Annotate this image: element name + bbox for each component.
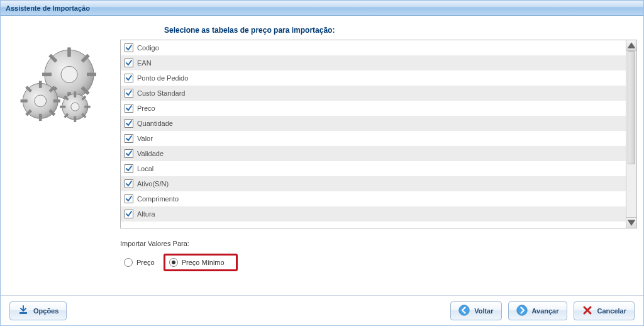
checkbox-icon[interactable] xyxy=(125,89,133,98)
back-arrow-icon xyxy=(458,305,470,317)
footer-bar: Opções Voltar Avançar xyxy=(1,295,643,325)
svg-point-1 xyxy=(61,66,77,82)
table-row-label: EAN xyxy=(137,59,152,67)
content-area: Selecione as tabelas de preço para impor… xyxy=(1,16,643,295)
import-target-label: Importar Valores Para: xyxy=(120,240,637,247)
table-row[interactable]: Ponto de Pedido xyxy=(121,70,626,86)
options-button[interactable]: Opções xyxy=(9,301,67,320)
table-row-label: Altura xyxy=(137,210,155,218)
close-icon xyxy=(582,305,593,317)
table-row-label: Validade xyxy=(137,150,164,157)
table-row[interactable]: Comprimento xyxy=(121,191,626,206)
download-icon xyxy=(18,305,29,317)
gears-icon xyxy=(13,42,108,132)
checkbox-icon[interactable] xyxy=(125,43,133,52)
radio-icon[interactable] xyxy=(124,258,133,267)
radio-icon[interactable] xyxy=(169,258,178,267)
svg-point-21 xyxy=(71,103,79,111)
cancel-button[interactable]: Cancelar xyxy=(574,301,635,320)
table-row-label: Quantidade xyxy=(137,120,173,127)
table-row[interactable]: Preco xyxy=(121,101,626,116)
next-arrow-icon xyxy=(516,305,528,317)
checkbox-icon[interactable] xyxy=(125,59,133,67)
import-target-options: PreçoPreço Mínimo xyxy=(120,254,637,271)
titlebar: Assistente de Importação xyxy=(1,1,643,16)
table-row-label: Codigo xyxy=(137,44,159,52)
import-wizard-window: Assistente de Importação xyxy=(0,0,644,326)
svg-point-11 xyxy=(35,95,47,107)
checkbox-icon[interactable] xyxy=(125,134,133,143)
scroll-down-button[interactable] xyxy=(626,217,636,228)
table-row[interactable]: Custo Standard xyxy=(121,86,626,101)
table-row-label: Custo Standard xyxy=(137,89,185,97)
checkbox-icon[interactable] xyxy=(125,210,133,218)
checkbox-icon[interactable] xyxy=(125,74,133,82)
table-row[interactable]: Ativo(S/N) xyxy=(121,176,626,191)
scroll-up-button[interactable] xyxy=(626,40,636,51)
svg-point-31 xyxy=(459,305,470,315)
window-title: Assistente de Importação xyxy=(6,4,90,12)
checkbox-icon[interactable] xyxy=(125,119,133,128)
checkbox-icon[interactable] xyxy=(125,104,133,113)
table-row[interactable]: Quantidade xyxy=(121,116,626,131)
back-button[interactable]: Voltar xyxy=(450,301,501,320)
import-target-section: Importar Valores Para: PreçoPreço Mínimo xyxy=(120,240,637,271)
back-button-label: Voltar xyxy=(474,307,493,315)
next-button[interactable]: Avançar xyxy=(508,301,567,320)
svg-point-32 xyxy=(516,305,527,315)
table-row-label: Valor xyxy=(137,135,153,142)
svg-rect-30 xyxy=(19,312,27,314)
checkbox-icon[interactable] xyxy=(125,164,133,173)
checkbox-icon[interactable] xyxy=(125,179,133,188)
table-row-label: Local xyxy=(137,165,153,172)
checkbox-icon[interactable] xyxy=(125,194,133,203)
instruction-text: Selecione as tabelas de preço para impor… xyxy=(120,23,637,40)
table-row-label: Comprimento xyxy=(137,195,179,203)
scroll-thumb[interactable] xyxy=(628,51,635,164)
table-row-label: Ponto de Pedido xyxy=(137,74,188,82)
table-row[interactable]: EAN xyxy=(121,55,626,70)
checkbox-icon[interactable] xyxy=(125,149,133,158)
radio-option-label: Preço Mínimo xyxy=(182,259,225,266)
scroll-track[interactable] xyxy=(626,51,636,217)
table-row-label: Ativo(S/N) xyxy=(137,180,169,188)
tables-listbox: CodigoEANPonto de PedidoCusto StandardPr… xyxy=(120,40,637,228)
table-row-label: Preco xyxy=(137,104,155,112)
table-row[interactable]: Codigo xyxy=(121,40,626,55)
options-button-label: Opções xyxy=(33,307,58,315)
radio-option[interactable]: Preço Mínimo xyxy=(164,254,238,271)
tables-listbox-items: CodigoEANPonto de PedidoCusto StandardPr… xyxy=(121,40,626,228)
next-button-label: Avançar xyxy=(532,307,559,315)
table-row[interactable]: Local xyxy=(121,161,626,176)
table-row[interactable]: Altura xyxy=(121,206,626,222)
table-row[interactable]: Validade xyxy=(121,146,626,161)
wizard-sidebar xyxy=(7,23,114,291)
radio-option-label: Preço xyxy=(136,259,155,266)
wizard-main: Selecione as tabelas de preço para impor… xyxy=(120,23,637,291)
listbox-scrollbar[interactable] xyxy=(626,40,636,228)
radio-option[interactable]: Preço xyxy=(124,254,155,271)
table-row[interactable]: Valor xyxy=(121,131,626,146)
cancel-button-label: Cancelar xyxy=(597,307,626,315)
